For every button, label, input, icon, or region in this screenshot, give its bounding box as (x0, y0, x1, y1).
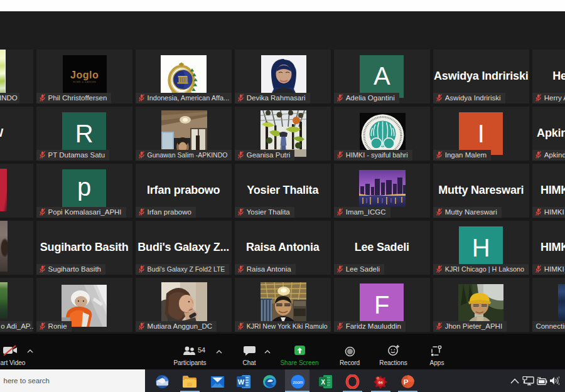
svg-text:W: W (237, 378, 244, 386)
svg-text:P: P (404, 378, 409, 386)
svg-text:X: X (321, 378, 325, 385)
svg-text:zoom: zoom (293, 379, 303, 384)
svg-text:64: 64 (379, 381, 383, 384)
